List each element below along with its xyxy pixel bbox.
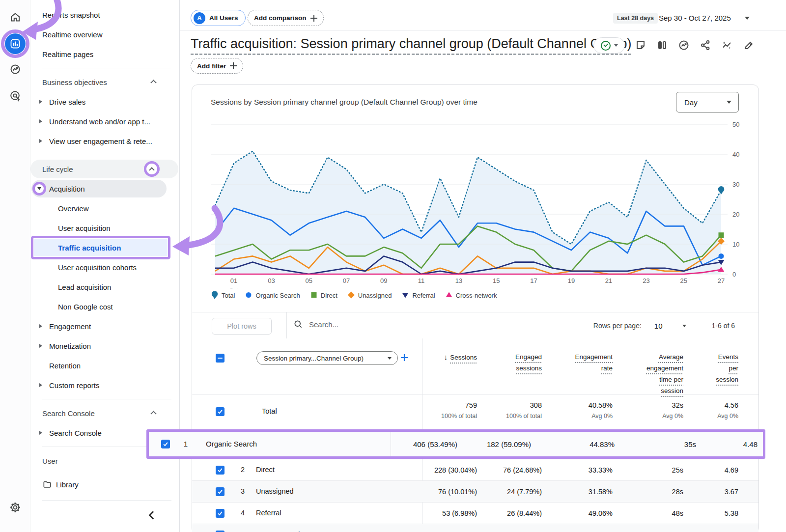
svg-text:05: 05 xyxy=(306,277,312,284)
all-users-segment-chip[interactable]: A All Users xyxy=(191,10,246,26)
sidebar-item-acquisition[interactable]: Acquisition xyxy=(30,179,179,198)
advertising-icon[interactable] xyxy=(9,90,21,102)
share-icon[interactable] xyxy=(700,39,711,51)
sidebar-item-traffic-acquisition[interactable]: Traffic acquisition xyxy=(30,238,179,257)
rows-per-page-value[interactable]: 10 xyxy=(654,322,663,330)
sidebar-item-label: Realtime pages xyxy=(30,50,93,58)
chart-legend: TotalOrganic SearchDirectUnassignedRefer… xyxy=(211,291,497,299)
sidebar-section-life-cycle[interactable]: Life cycle xyxy=(30,159,179,179)
granularity-select[interactable]: Day xyxy=(676,92,739,112)
svg-text:40: 40 xyxy=(732,151,739,158)
row-metric: 76 (10.01%) xyxy=(422,488,477,496)
legend-item-cross-network[interactable]: Cross-network xyxy=(445,291,497,299)
sidebar-item-label: Overview xyxy=(30,204,89,213)
add-filter-button[interactable]: Add filter xyxy=(191,58,243,74)
sort-desc-arrow-icon: ↓ xyxy=(444,351,448,363)
add-comparison-button[interactable]: Add comparison xyxy=(248,10,324,26)
table-row-organic-search[interactable]: 1Organic Search406 (53.49%)182 (59.09%)4… xyxy=(149,432,763,456)
sidebar-item-reports-snapshot[interactable]: Reports snapshot xyxy=(30,5,179,25)
settings-gear-icon[interactable] xyxy=(9,502,21,513)
report-status-button[interactable] xyxy=(593,37,625,54)
sidebar-section-search-console[interactable]: Search Console xyxy=(30,403,179,423)
note-icon[interactable] xyxy=(635,39,646,51)
sidebar-item-monetization[interactable]: Monetization xyxy=(30,336,179,356)
sidebar-item-realtime-overview[interactable]: Realtime overview xyxy=(30,25,179,44)
table-toolbar: Plot rows Rows per page: 10 1-6 of 6 xyxy=(192,312,758,338)
row-metric: 26 (8.44%) xyxy=(477,509,542,517)
table-search-input[interactable] xyxy=(309,320,456,329)
chevron-up-icon[interactable] xyxy=(150,80,157,86)
sidebar-item-drive-sales[interactable]: Drive sales xyxy=(30,92,179,112)
sidebar-divider xyxy=(30,64,179,72)
sidebar-item-lead-acquisition[interactable]: Lead acquisition xyxy=(30,277,179,297)
sidebar-section-business-objectives[interactable]: Business objectives xyxy=(30,72,179,92)
row-rank: 1 xyxy=(180,440,191,448)
chart-title: Sessions by Session primary channel grou… xyxy=(211,98,477,107)
total-metric: 32sAvg 0% xyxy=(613,394,683,429)
reports-nav-icon[interactable] xyxy=(5,33,26,54)
sidebar-item-user-acquisition-cohorts[interactable]: User acquisition cohorts xyxy=(30,257,179,277)
chevron-down-icon[interactable] xyxy=(682,325,686,327)
home-icon[interactable] xyxy=(9,11,21,23)
column-header-engagement-rate[interactable]: Engagementrate xyxy=(542,338,613,396)
chevron-down-icon xyxy=(745,17,750,20)
sidebar-item-retention[interactable]: Retention xyxy=(30,356,179,375)
plot-rows-button[interactable]: Plot rows xyxy=(212,318,272,335)
sidebar-item-label: Reports snapshot xyxy=(30,11,100,19)
chevron-up-icon[interactable] xyxy=(150,411,157,417)
add-dimension-icon[interactable] xyxy=(399,353,409,363)
collapse-sidebar-icon[interactable] xyxy=(147,510,158,521)
dimension-select[interactable]: Session primary...Channel Group) xyxy=(256,351,398,365)
row-checkbox[interactable] xyxy=(161,440,170,448)
table-row-unassigned[interactable]: 3Unassigned76 (10.01%)24 (7.79%)31.58%28… xyxy=(192,480,758,502)
svg-text:17: 17 xyxy=(530,277,537,284)
legend-item-total[interactable]: Total xyxy=(211,291,235,299)
table-row-cross-network[interactable]: 5Cross-network1 (0.13%)0 (0%)0%1s1.00 xyxy=(192,524,758,532)
chevron-up-icon[interactable] xyxy=(149,167,154,172)
row-metric: 33.33% xyxy=(542,466,613,474)
cross-network-marker-icon xyxy=(445,291,453,299)
sidebar-item-engagement[interactable]: Engagement xyxy=(30,316,179,336)
table-row-referral[interactable]: 4Referral53 (6.98%)26 (8.44%)49.06%48s5.… xyxy=(192,502,758,524)
row-channel-label: Referral xyxy=(256,509,281,517)
row-checkbox[interactable] xyxy=(216,466,225,475)
column-header-sessions[interactable]: ↓Sessions xyxy=(422,338,477,396)
row-metric: 31.58% xyxy=(542,488,613,496)
sidebar-item-understand-web-and-or-app-t[interactable]: Understand web and/or app t... xyxy=(30,112,179,131)
row-checkbox[interactable] xyxy=(216,407,225,416)
row-channel-label: Unassigned xyxy=(256,487,294,495)
sidebar-item-library[interactable]: Library xyxy=(30,475,179,494)
annotation-ring-acquisition-caret xyxy=(32,182,46,196)
column-header-average-engagement-time-per-session[interactable]: Averageengagementtime persession xyxy=(613,338,683,396)
column-header-engaged-sessions[interactable]: Engagedsessions xyxy=(477,338,542,396)
column-header-events-per-session[interactable]: Eventspersession xyxy=(683,338,738,396)
select-all-checkbox[interactable] xyxy=(216,354,225,363)
table-row-direct[interactable]: 2Direct228 (30.04%)76 (24.68%)33.33%25s4… xyxy=(192,459,758,480)
comparison-bars-icon[interactable] xyxy=(656,39,668,51)
legend-item-referral[interactable]: Referral xyxy=(401,291,435,299)
row-metric: 182 (59.09%) xyxy=(457,440,531,448)
sidebar-item-overview[interactable]: Overview xyxy=(30,198,179,218)
icon-rail xyxy=(0,0,30,532)
explore-icon[interactable] xyxy=(9,63,21,75)
legend-item-organic-search[interactable]: Organic Search xyxy=(245,291,300,299)
sparkline-insights-icon[interactable] xyxy=(721,39,733,51)
sidebar-item-realtime-pages[interactable]: Realtime pages xyxy=(30,44,179,64)
edit-pencil-icon[interactable] xyxy=(743,39,755,51)
sidebar-item-custom-reports[interactable]: Custom reports xyxy=(30,375,179,395)
report-card: Sessions by Session primary channel grou… xyxy=(192,84,759,532)
caret-down-icon[interactable] xyxy=(37,187,41,190)
sidebar-item-view-user-engagement-rete[interactable]: View user engagement & rete... xyxy=(30,131,179,151)
sidebar-item-label: Search Console xyxy=(30,429,102,437)
legend-item-unassigned[interactable]: Unassigned xyxy=(347,291,392,299)
sidebar-item-user-acquisition[interactable]: User acquisition xyxy=(30,218,179,238)
row-checkbox[interactable] xyxy=(216,487,225,496)
date-range-picker[interactable]: Sep 30 - Oct 27, 2025 xyxy=(659,14,731,22)
row-metric: 24 (7.79%) xyxy=(477,488,542,496)
insights-icon[interactable] xyxy=(678,39,690,51)
legend-item-direct[interactable]: Direct xyxy=(310,291,337,299)
row-checkbox[interactable] xyxy=(216,509,225,518)
add-filter-label: Add filter xyxy=(197,62,226,70)
total-metric: 4.56Avg 0% xyxy=(683,394,738,429)
sidebar-item-non-google-cost[interactable]: Non Google cost xyxy=(30,297,179,316)
